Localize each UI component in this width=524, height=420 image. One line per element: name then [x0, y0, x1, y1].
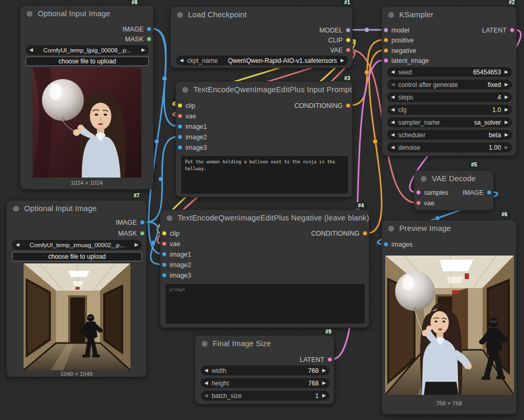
file-combo[interactable]: ◀ ComfyUI_temp_ljpig_00008_.p... ▶ — [26, 45, 149, 55]
node-preview-image[interactable]: Preview Image images — [381, 220, 517, 415]
clip-slot-dot[interactable] — [178, 103, 182, 108]
input-slot-vae: vae — [414, 198, 434, 208]
image-slot-dot[interactable] — [384, 242, 388, 247]
steps-widget[interactable]: ◀ steps 4 ▶ — [387, 92, 512, 102]
upload-button[interactable]: choose file to upload — [12, 252, 142, 261]
collapse-dot-icon[interactable] — [202, 341, 208, 347]
node-ksampler[interactable]: KSampler model positive negative latent_… — [381, 6, 517, 156]
vae-slot-dot[interactable] — [162, 241, 167, 246]
file-combo[interactable]: ◀ ComfyUI_temp_zmuag_00002_.p... ▶ — [12, 240, 142, 250]
image-slot-dot[interactable] — [178, 145, 182, 150]
widget-value: fixed — [488, 81, 501, 89]
node-vae-decode[interactable]: VAE Decode samples vae IMAGE — [414, 170, 494, 211]
conditioning-slot-dot[interactable] — [384, 38, 388, 42]
left-arrow-icon[interactable]: ◀ — [391, 82, 395, 87]
image-slot-dot[interactable] — [487, 190, 492, 195]
control-after-generate-widget[interactable]: ◀ control after generate fixed ▶ — [387, 80, 512, 90]
model-slot-dot[interactable] — [384, 28, 388, 32]
left-arrow-icon[interactable]: ◀ — [391, 145, 395, 150]
latent-slot-dot[interactable] — [510, 28, 515, 32]
latent-slot-dot[interactable] — [416, 190, 421, 195]
collapse-dot-icon[interactable] — [167, 215, 172, 221]
collapse-dot-icon[interactable] — [388, 226, 394, 231]
right-arrow-icon[interactable]: ▶ — [505, 70, 508, 74]
left-arrow-icon[interactable]: ◀ — [204, 381, 208, 385]
ckpt-name-widget[interactable]: ◀ ckpt_name Qwen\Qwen-Rapid-AIO-v1.safet… — [176, 56, 348, 65]
right-arrow-icon[interactable]: ▶ — [322, 381, 326, 385]
image-slot-dot[interactable] — [147, 27, 151, 31]
height-widget[interactable]: ◀ height 768 ▶ — [201, 378, 330, 388]
widget-value: 1 — [315, 392, 319, 400]
input-slot-vae: vae — [176, 111, 196, 121]
conditioning-slot-dot[interactable] — [363, 231, 367, 236]
right-arrow-icon[interactable]: ▶ — [341, 58, 344, 63]
left-arrow-icon[interactable]: ◀ — [204, 393, 208, 398]
node-load-checkpoint[interactable]: Load Checkpoint MODEL CLIP VAE ◀ ckpt_na… — [170, 6, 353, 68]
slot-label: model — [391, 27, 409, 34]
image-slot-dot[interactable] — [162, 262, 167, 267]
right-arrow-icon[interactable]: ▶ — [322, 368, 326, 373]
node-text-encode-negative[interactable]: TextEncodeQwenImageEditPlus Negative (le… — [160, 209, 369, 328]
collapse-dot-icon[interactable] — [182, 87, 188, 93]
denoise-widget[interactable]: ◀ denoise 1.00 ▶ — [387, 142, 512, 152]
collapse-dot-icon[interactable] — [27, 11, 32, 17]
vae-slot-dot[interactable] — [416, 201, 421, 205]
right-arrow-icon[interactable]: ▶ — [505, 107, 508, 112]
cfg-widget[interactable]: ◀ cfg 1.0 ▶ — [387, 105, 512, 115]
right-arrow-icon[interactable]: ▶ — [141, 48, 145, 52]
image-slot-dot[interactable] — [178, 124, 182, 129]
left-arrow-icon[interactable]: ◀ — [204, 368, 208, 373]
mask-slot-dot[interactable] — [147, 37, 151, 41]
image-slot-dot[interactable] — [162, 252, 167, 257]
right-arrow-icon[interactable]: ▶ — [505, 132, 508, 137]
width-widget[interactable]: ◀ width 768 ▶ — [201, 366, 330, 375]
clip-slot-dot[interactable] — [346, 38, 351, 42]
collapse-dot-icon[interactable] — [388, 12, 394, 18]
vae-slot-dot[interactable] — [346, 48, 351, 52]
latent-slot-dot[interactable] — [384, 58, 388, 63]
batch-size-widget[interactable]: ◀ batch_size 1 ▶ — [201, 391, 330, 401]
conditioning-slot-dot[interactable] — [384, 48, 388, 53]
left-arrow-icon[interactable]: ◀ — [16, 242, 19, 247]
sampler-name-widget[interactable]: ◀ sampler_name sa_solver ▶ — [387, 117, 512, 127]
left-arrow-icon[interactable]: ◀ — [391, 132, 395, 137]
image-slot-dot[interactable] — [178, 135, 182, 139]
input-slot-images: images — [382, 239, 412, 250]
scheduler-widget[interactable]: ◀ scheduler beta ▶ — [387, 130, 512, 140]
clip-slot-dot[interactable] — [162, 231, 167, 236]
node-final-image-size[interactable]: Final Image Size LATENT ◀ width 768 ▶ ◀ … — [195, 335, 334, 404]
seed-widget[interactable]: ◀ seed 65454653 ▶ — [387, 67, 512, 77]
left-arrow-icon[interactable]: ◀ — [29, 48, 33, 52]
right-arrow-icon[interactable]: ▶ — [505, 145, 508, 150]
node-text-encode-positive[interactable]: TextEncodeQwenImageEditPlus Input Prompt… — [176, 81, 353, 197]
left-arrow-icon[interactable]: ◀ — [391, 95, 395, 100]
model-slot-dot[interactable] — [346, 28, 351, 32]
collapse-dot-icon[interactable] — [177, 12, 183, 18]
left-arrow-icon[interactable]: ◀ — [391, 107, 395, 112]
mask-slot-dot[interactable] — [140, 231, 145, 236]
prompt-textarea[interactable]: Put the woman holding a balloon next to … — [181, 156, 348, 194]
right-arrow-icon[interactable]: ▶ — [135, 242, 138, 247]
vae-slot-dot[interactable] — [178, 114, 182, 118]
right-arrow-icon[interactable]: ▶ — [322, 393, 326, 398]
collapse-dot-icon[interactable] — [421, 176, 427, 182]
slot-label: latent_image — [391, 57, 429, 64]
left-arrow-icon[interactable]: ◀ — [391, 70, 395, 74]
right-arrow-icon[interactable]: ▶ — [505, 120, 508, 125]
left-arrow-icon[interactable]: ◀ — [391, 120, 395, 125]
node-optional-input-image-bottom[interactable]: Optional Input Image IMAGE MASK ◀ ComfyU… — [6, 200, 147, 377]
prompt-textarea-placeholder[interactable]: prompt — [166, 284, 365, 324]
right-arrow-icon[interactable]: ▶ — [505, 95, 508, 100]
node-title: Preview Image — [399, 224, 451, 233]
latent-slot-dot[interactable] — [328, 357, 332, 362]
left-arrow-icon[interactable]: ◀ — [180, 58, 183, 63]
output-slot-latent: LATENT — [300, 355, 334, 365]
image-slot-dot[interactable] — [162, 273, 167, 278]
node-id-badge: #8 — [129, 0, 140, 6]
conditioning-slot-dot[interactable] — [346, 103, 351, 108]
upload-button[interactable]: choose file to upload — [26, 57, 149, 66]
node-optional-input-image-top[interactable]: Optional Input Image IMAGE MASK ◀ ComfyU… — [20, 5, 154, 190]
right-arrow-icon[interactable]: ▶ — [505, 82, 508, 87]
collapse-dot-icon[interactable] — [13, 206, 19, 212]
image-slot-dot[interactable] — [140, 220, 145, 225]
